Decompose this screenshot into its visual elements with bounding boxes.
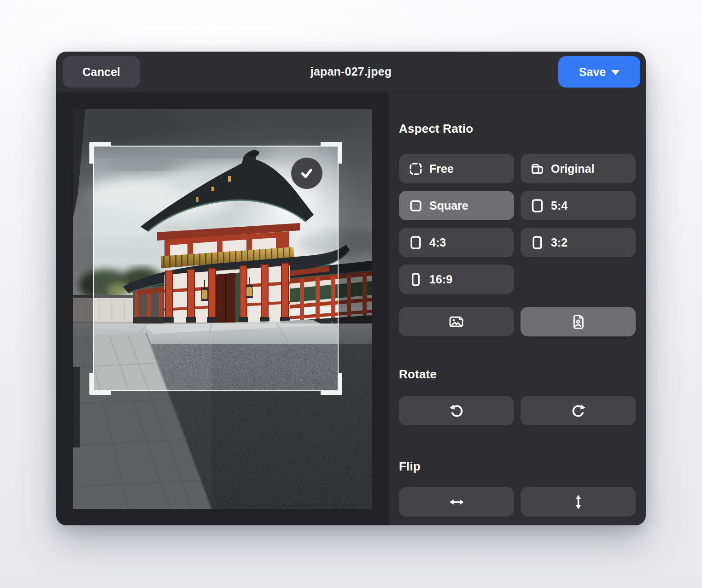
landscape-orientation-button[interactable] (399, 307, 514, 336)
aspect-5-4-button[interactable]: 5:4 (521, 191, 636, 220)
ratio-16-9-icon (409, 273, 422, 286)
ratio-5-4-icon (531, 199, 544, 212)
ratio-4-3-icon (409, 236, 422, 249)
original-ratio-icon (531, 162, 544, 176)
rotate-clockwise-button[interactable] (521, 396, 636, 425)
aspect-3-2-button[interactable]: 3:2 (521, 228, 636, 257)
aspect-option-label: Square (429, 199, 468, 212)
flip-horizontal-button[interactable] (399, 487, 514, 517)
flip-options (399, 487, 636, 517)
page: { "topbar": { "cancel": "Cancel", "title… (0, 0, 702, 588)
aspect-original-button[interactable]: Original (521, 154, 636, 183)
flip-vertical-icon (570, 494, 587, 511)
flip-heading: Flip (399, 459, 636, 474)
free-crop-icon (409, 162, 422, 176)
aspect-ratio-heading: Aspect Ratio (399, 121, 636, 136)
crop-handle-top-right[interactable] (321, 142, 342, 164)
square-ratio-icon (409, 199, 422, 212)
orientation-options (399, 307, 636, 336)
aspect-option-label: 4:3 (429, 236, 446, 249)
photo-canvas[interactable] (73, 109, 372, 509)
flip-horizontal-icon (448, 494, 465, 511)
file-title: japan-027.jpeg (310, 65, 392, 78)
save-button[interactable]: Save (558, 56, 640, 88)
portrait-orientation-button[interactable] (521, 307, 636, 336)
aspect-free-button[interactable]: Free (399, 154, 514, 183)
aspect-4-3-button[interactable]: 4:3 (399, 228, 514, 257)
crop-dim-overlay (73, 391, 372, 509)
crop-dim-overlay (339, 146, 372, 391)
rotate-ccw-icon (448, 402, 465, 419)
crop-handle-top-left[interactable] (89, 142, 111, 164)
crop-handle-bottom-right[interactable] (321, 373, 342, 395)
aspect-16-9-button[interactable]: 16:9 (399, 265, 514, 294)
crop-dim-overlay (73, 146, 93, 391)
chevron-down-icon (611, 70, 620, 75)
landscape-orientation-icon (448, 313, 465, 330)
crop-dim-overlay (73, 109, 372, 146)
aspect-square-button[interactable]: Square (399, 191, 514, 220)
ratio-3-2-icon (531, 236, 544, 249)
rotate-options (399, 396, 636, 425)
aspect-option-label: 5:4 (551, 199, 567, 212)
top-bar: Cancel japan-027.jpeg Save (56, 52, 646, 92)
aspect-option-label: 3:2 (551, 236, 567, 249)
aspect-option-label: Original (551, 162, 594, 176)
crop-handle-bottom-left[interactable] (89, 373, 111, 395)
image-pane (56, 93, 389, 525)
aspect-ratio-options: Free Original Square 5:4 (399, 154, 636, 294)
confirm-crop-button[interactable] (291, 158, 322, 189)
image-editor-window: Cancel japan-027.jpeg Save (56, 52, 646, 525)
portrait-orientation-icon (570, 313, 587, 330)
flip-vertical-button[interactable] (521, 487, 636, 517)
edit-controls-panel: Aspect Ratio Free Original Square (389, 93, 646, 525)
check-icon (298, 165, 316, 182)
aspect-option-label: Free (429, 162, 454, 176)
save-button-label: Save (579, 65, 606, 79)
rotate-heading: Rotate (399, 367, 636, 382)
aspect-option-label: 16:9 (429, 273, 452, 286)
rotate-cw-icon (570, 402, 587, 419)
cancel-button[interactable]: Cancel (63, 56, 140, 88)
rotate-counterclockwise-button[interactable] (399, 396, 514, 425)
